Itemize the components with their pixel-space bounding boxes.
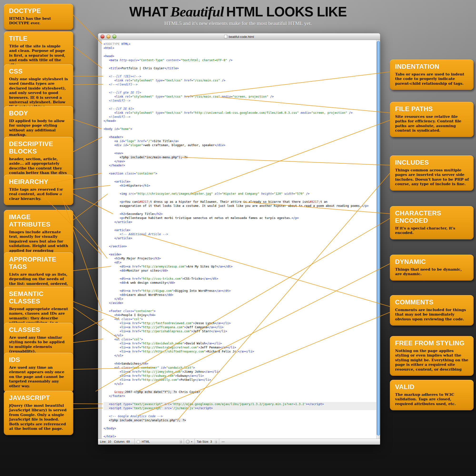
code-line: <!--<![endif]-->: [103, 82, 376, 86]
code-line: <h4>Sandwiches</h4>: [103, 361, 376, 366]
code-line: <h3>My Major Projects</h3>: [103, 256, 376, 260]
code-line: <link rel="stylesheet" type="text/css" h…: [103, 78, 376, 82]
column-label: Column:: [114, 440, 125, 443]
editor-content: <!DOCTYPE HTML><html> <head> <meta http-…: [98, 40, 380, 439]
callout-title-indentation: INDENTATION: [395, 63, 469, 70]
code-line: <div id="slogan">web craftsman, blogger,…: [103, 143, 376, 147]
line-label: Line:: [100, 440, 106, 443]
code-line: [103, 187, 376, 192]
code-line: [103, 248, 376, 252]
callout-title-semantic-classes: SEMANTIC CLASSES: [9, 290, 68, 305]
callout-title-comments: COMMENTS: [395, 299, 469, 306]
code-line: <ul class="col">: [103, 317, 376, 321]
connector-line: [72, 137, 102, 152]
code-line: <script type='text/javascript' src='/js/…: [103, 406, 376, 410]
poster-title-html-looks-like: HTML LOOKS LIKE: [226, 4, 346, 19]
callout-dynamic: DYNAMICThings that need to be dynamic, a…: [390, 255, 474, 281]
code-line: <dt><a href="http://css-tricks.com">CSS-…: [103, 276, 376, 281]
callout-body: BODYID applied to body to allow for uniq…: [4, 106, 73, 141]
code-line: [103, 50, 376, 54]
callout-title-title: TITLE: [9, 35, 68, 42]
code-line: <h2>Secondary Title</h2>: [103, 212, 376, 216]
callout-includes: INCLUDESThings common across multiple pa…: [390, 155, 474, 191]
code-line: [103, 272, 376, 276]
editor-window: beatiful-code.html <!DOCTYPE HTML><html>…: [98, 33, 380, 444]
callout-title-ids: IDS: [9, 356, 68, 364]
code-line: <![endif]-->: [103, 115, 376, 119]
code-line: </nav>: [103, 159, 376, 163]
code-line: <ul class="col container" id="sandwich-l…: [103, 366, 376, 370]
language-selector[interactable]: HTML ▴▾: [135, 439, 184, 444]
connector-line: [72, 119, 102, 129]
code-line: <html>: [103, 46, 376, 50]
code-line: </ul>: [103, 333, 376, 337]
callout-title-body: BODY: [9, 110, 68, 117]
code-line: <dl>: [103, 260, 376, 264]
tab-size-stepper[interactable]: ▴▾: [215, 440, 217, 443]
callout-title-javascript: JAVASCRIPT: [9, 394, 68, 402]
code-line: <article>: [103, 228, 376, 232]
language-stepper[interactable]: ▴▾: [180, 440, 182, 443]
code-line: <!-- Google Analytics Code -->: [103, 414, 376, 418]
minimize-button[interactable]: [106, 34, 110, 38]
code-line: </head>: [103, 119, 376, 123]
code-line: <li><a href="http://http://shiftedfreque…: [103, 349, 376, 354]
callout-body-javascript: jQuery (the most beautiful JavaScript li…: [9, 403, 68, 431]
code-line: [103, 285, 376, 289]
zoom-button[interactable]: [112, 34, 116, 38]
code-line: <head>: [103, 54, 376, 58]
code-line: <meta http-equiv="Content-Type" content=…: [103, 58, 376, 62]
callout-body-comments: Comments are included for things that ma…: [395, 307, 469, 321]
callout-body-characters-encoded: If it's a special character, it's encode…: [395, 226, 469, 235]
poster-title-beautiful: Beautiful: [170, 4, 224, 19]
gear-icon: [186, 440, 190, 444]
code-line: <![endif]-->: [103, 99, 376, 102]
code-line: [103, 86, 376, 90]
code-line: <li><a href="http://fastfoodreviewed.com…: [103, 321, 376, 325]
connector-line: [72, 45, 102, 68]
poster-header: WHATBeautifulHTML LOOKS LIKE HTML5 and i…: [0, 4, 476, 26]
code-line: [103, 123, 376, 127]
poster-canvas: WHATBeautifulHTML LOOKS LIKE HTML5 and i…: [0, 0, 476, 476]
code-line: <a id="logo" href="/">Site Title</a>: [103, 139, 376, 143]
code-line: </footer>: [103, 394, 376, 398]
code-line: <nav>: [103, 151, 376, 155]
window-titlebar[interactable]: beatiful-code.html: [98, 33, 380, 40]
code-line: [103, 410, 376, 414]
callout-body-ids: Are used any time an element appears onl…: [9, 365, 68, 388]
code-line: exaggeration of it that looks like a cos…: [103, 204, 376, 208]
code-line: [103, 62, 376, 66]
code-line: <!--[if gte IE 7]>: [103, 90, 376, 95]
callout-title-descriptive-blocks: DESCRIPTIVE BLOCKS: [9, 140, 68, 155]
code-pane[interactable]: <!DOCTYPE HTML><html> <head> <meta http-…: [102, 40, 376, 439]
code-line: <footer class="container">: [103, 309, 376, 313]
callout-body-file-paths: Site resources use relative file paths f…: [395, 114, 469, 133]
poster-title: WHATBeautifulHTML LOOKS LIKE: [0, 4, 476, 19]
code-line: <?php include_once("inc/analytics.php");…: [103, 418, 376, 422]
callout-valid: VALIDThe markup adheres to W3C validatio…: [390, 380, 474, 410]
code-line: </article>: [103, 220, 376, 224]
callout-body-valid: The markup adheres to W3C validation. Ta…: [395, 392, 469, 406]
callout-title-includes: INCLUDES: [395, 159, 469, 166]
editor-gutter: [98, 40, 102, 439]
callout-free-from-styling: FREE FROM STYLINGNothing on the page app…: [390, 336, 474, 376]
code-line: <!-- Additional Article -->: [103, 232, 376, 236]
code-line: <!DOCTYPE HTML>: [103, 42, 376, 46]
code-line: <li><a href="http://davidwalsh.name">Dav…: [103, 341, 376, 345]
gear-menu[interactable]: ▼: [184, 439, 195, 444]
callout-css: CSSOnly one single stylesheet is used (m…: [4, 64, 73, 113]
line-value: 10: [108, 440, 111, 443]
callout-javascript: JAVASCRIPTjQuery (the most beautiful Jav…: [4, 391, 73, 435]
callout-body-title: Title of the site is simple and clean. P…: [9, 44, 68, 67]
code-line: [103, 398, 376, 402]
code-line: [103, 224, 376, 228]
close-button[interactable]: [101, 34, 104, 38]
scrollbar-thumb[interactable]: [377, 41, 380, 436]
code-line: <header>: [103, 135, 376, 139]
code-line: <img src="http://chriscoyier.net/images/…: [103, 192, 376, 196]
callout-title-classes: CLASSES: [9, 326, 68, 334]
code-line: <ul class="col">: [103, 337, 376, 341]
code-line: <dd>Monitor your sites</dd>: [103, 269, 376, 272]
scrollbar-track[interactable]: [376, 40, 380, 439]
tab-size-control[interactable]: Tab Size: 3 ▴▾: [195, 439, 219, 444]
